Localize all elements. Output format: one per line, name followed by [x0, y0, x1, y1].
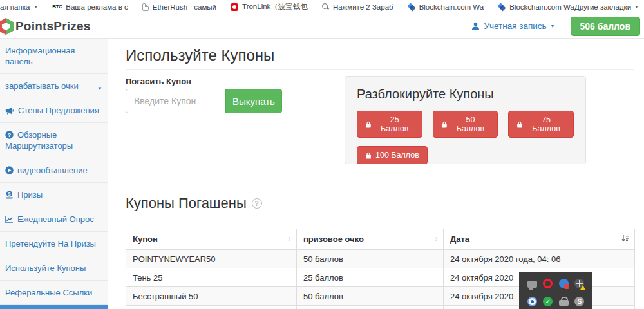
tray-opera-icon[interactable] — [543, 279, 553, 288]
sidebar-item-dashboard[interactable]: Информационная панель — [0, 39, 108, 74]
sidebar-item-offer-walls[interactable]: Стены Предложения — [0, 98, 108, 123]
search-icon — [322, 3, 329, 10]
unlock-50-points-button[interactable]: 50 Баллов — [433, 111, 498, 138]
chart-line-icon — [5, 215, 14, 223]
cell-coupon: Тень 25 — [126, 268, 297, 287]
column-label: Купон — [133, 234, 158, 244]
coupon-input[interactable] — [126, 89, 225, 113]
document-icon — [142, 3, 149, 11]
sidebar-item-label: Ежедневный Опрос — [17, 214, 94, 224]
unlock-button-label: 75 Баллов — [527, 115, 565, 133]
column-header-date[interactable]: Дата — [444, 229, 635, 250]
page-title: Используйте Купоны — [126, 46, 274, 64]
bookmark-folder[interactable]: ая папка ▼ — [0, 3, 38, 11]
other-bookmarks-button[interactable]: Другие закладки ▼ — [574, 3, 639, 11]
bookmark-item[interactable]: BTC Ваша реклама в с — [52, 3, 128, 11]
header-right: Учетная запись ▼ 506 баллов — [471, 17, 640, 36]
sidebar: Информационная панель зарабатывать очки … — [0, 39, 108, 309]
sidebar-item-earn-points[interactable]: зарабатывать очки ▼ — [0, 74, 108, 98]
chevron-down-icon: ▼ — [634, 5, 639, 9]
sort-icon: ↕ — [287, 234, 291, 243]
sidebar-item-use-coupons[interactable]: Используйте Купоны — [0, 256, 108, 281]
sidebar-item-survey-routers[interactable]: ? Обзорные Маршрутизаторы — [0, 123, 108, 158]
unlock-75-points-button[interactable]: 75 Баллов — [508, 111, 574, 138]
tray-antivirus-check-icon[interactable]: ✓ — [543, 297, 553, 306]
table-row: POINTYNEWYEAR50 50 баллов 24 октября 202… — [126, 250, 635, 268]
chevron-down-icon: ▼ — [33, 5, 38, 9]
megaphone-icon — [5, 107, 14, 115]
bookmark-label: Нажмите 2 Зараб — [333, 3, 393, 11]
bookmark-item[interactable]: Нажмите 2 Зараб — [322, 3, 393, 11]
unlock-button-label: 100 Баллов — [375, 151, 419, 160]
cell-points: 25 баллов — [297, 268, 444, 287]
other-bookmarks-label: Другие закладки — [574, 3, 631, 11]
unlock-100-points-button[interactable]: 100 Баллов — [357, 146, 428, 164]
brand-logo[interactable]: PointsPrizes — [0, 17, 90, 36]
sort-icon: ↕ — [434, 234, 438, 243]
help-icon[interactable]: ? — [252, 198, 262, 209]
redeem-button[interactable]: Выкупать — [225, 89, 282, 113]
bookmark-item[interactable]: EtherRush - самый — [142, 3, 216, 11]
system-tray-popup: ✓ S — [519, 272, 592, 309]
bookmarks-bar: ая папка ▼ BTC Ваша реклама в с EtherRus… — [0, 0, 644, 14]
chevron-down-icon: ▼ — [551, 24, 555, 28]
account-menu[interactable]: Учетная запись ▼ — [471, 21, 554, 31]
user-icon — [471, 22, 480, 30]
cell-date: 24 октября 2020 года, 04: 06 — [444, 250, 635, 268]
column-label: Дата — [450, 234, 469, 244]
sidebar-item-label: Призы — [17, 190, 43, 200]
sidebar-item-label: Обзорные Маршрутизаторы — [5, 130, 73, 151]
tray-media-player-icon[interactable] — [527, 297, 537, 306]
sidebar-item-prizes[interactable]: $ Призы — [0, 183, 108, 207]
sidebar-item-label: Используйте Купоны — [5, 263, 86, 273]
site-header: PointsPrizes Учетная запись ▼ 506 баллов — [0, 14, 644, 39]
bookmarks-list: ая папка ▼ BTC Ваша реклама в с EtherRus… — [0, 2, 574, 12]
account-label: Учетная запись — [484, 21, 546, 31]
sidebar-account-notification[interactable]: fo*****@gmail.com Offer Bonus Points — [0, 305, 108, 309]
sidebar-item-label: Стены Предложения — [18, 106, 99, 115]
sidebar-item-daily-poll[interactable]: Ежедневный Опрос — [0, 207, 108, 232]
cell-coupon: Бесстрашный 50 — [126, 287, 297, 306]
section-title-text: Купоны Погашены — [126, 195, 247, 212]
bookmark-item[interactable]: Blockchain.com Wa — [408, 3, 484, 11]
sidebar-item-label: Реферальные Ссылки — [5, 288, 92, 297]
sidebar-item-label: видеообъявление — [17, 165, 88, 175]
tronlink-icon — [231, 3, 238, 11]
bookmark-item[interactable]: TronLink（波宝钱包 — [231, 2, 308, 12]
points-balance-badge[interactable]: 506 баллов — [571, 17, 640, 36]
tray-app-icon[interactable] — [559, 279, 569, 288]
tray-lock-icon[interactable] — [559, 300, 569, 306]
tray-security-warning-icon[interactable] — [574, 279, 584, 288]
unlock-coupons-panel: Разблокируйте Купоны 25 Баллов 50 Баллов… — [345, 76, 586, 164]
tray-monitor-icon[interactable] — [527, 281, 537, 288]
lock-icon — [365, 121, 372, 128]
sidebar-item-referral-links[interactable]: Реферальные Ссылки — [0, 281, 108, 305]
sidebar-item-label: Претендуйте На Призы — [5, 239, 96, 248]
sidebar-item-video-ads[interactable]: видеообъявление — [0, 158, 108, 183]
bookmark-folder-label: ая папка — [0, 3, 30, 11]
unlock-panel-title: Разблокируйте Купоны — [357, 87, 574, 102]
svg-text:$: $ — [8, 192, 11, 197]
sidebar-item-claim-prizes[interactable]: Претендуйте На Призы — [0, 232, 108, 256]
column-header-points[interactable]: призовое очко ↕ — [297, 229, 444, 250]
lock-icon — [516, 121, 523, 128]
pointsprizes-hexagon-icon — [0, 17, 15, 36]
sidebar-item-label: зарабатывать очки — [5, 81, 79, 91]
unlock-25-points-button[interactable]: 25 Баллов — [357, 111, 422, 138]
bookmark-item[interactable]: Blockchain.com Wa — [498, 3, 574, 11]
bookmark-label: Blockchain.com Wa — [419, 3, 484, 11]
lock-icon — [365, 152, 372, 159]
redeem-coupon-form: Выкупать — [126, 89, 282, 113]
unlock-button-label: 25 Баллов — [375, 115, 414, 133]
sidebar-item-label: Информационная панель — [5, 46, 75, 66]
prize-coin-icon: $ — [5, 191, 14, 199]
cell-points: 50 баллов — [297, 287, 444, 306]
cell-points: 50 баллов — [297, 250, 444, 268]
brand-name: PointsPrizes — [15, 19, 90, 33]
divider — [126, 218, 634, 218]
redeemed-coupons-title: Купоны Погашены ? — [126, 195, 262, 212]
tray-skype-icon[interactable]: S — [574, 297, 584, 306]
column-header-coupon[interactable]: Купон ↕ — [126, 229, 297, 250]
chevron-down-icon: ▼ — [97, 83, 102, 94]
sort-descending-icon — [621, 234, 629, 245]
